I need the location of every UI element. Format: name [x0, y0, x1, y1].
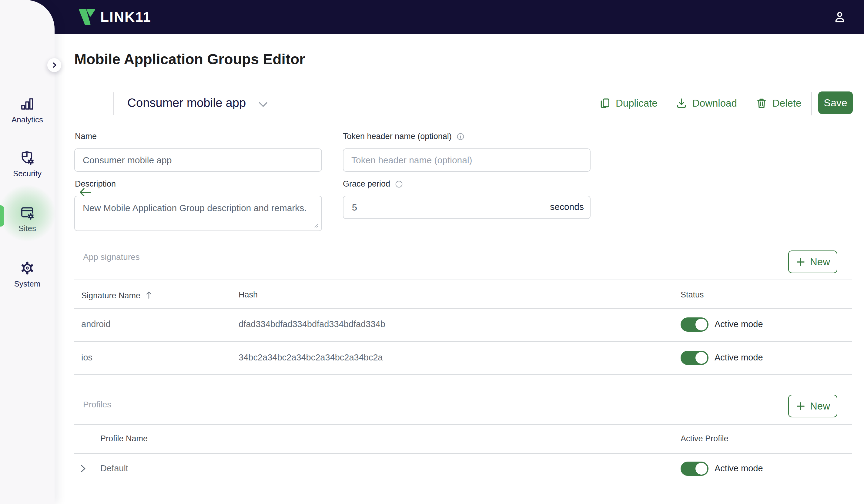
row-divider [74, 341, 852, 342]
duplicate-icon [599, 97, 611, 109]
status-toggle[interactable] [681, 351, 708, 365]
column-header-hash[interactable]: Hash [239, 290, 258, 299]
name-input[interactable] [74, 148, 322, 172]
active-profile-label: Active mode [715, 464, 763, 474]
download-label: Download [693, 98, 737, 109]
signature-name: ios [81, 353, 93, 362]
divider [811, 92, 812, 115]
download-icon [675, 97, 687, 109]
system-icon [19, 260, 35, 276]
info-icon[interactable] [457, 133, 465, 140]
toggle-knob [695, 319, 707, 330]
brand-logo: LINK11 [77, 0, 151, 34]
token-header-input[interactable] [343, 148, 590, 172]
duplicate-button[interactable]: Duplicate [599, 97, 658, 109]
editor-toolbar: Consumer mobile app Duplicate Download D… [0, 89, 864, 116]
download-button[interactable]: Download [675, 97, 737, 109]
page-title: Mobile Application Groups Editor [74, 51, 305, 67]
column-header-profile-name: Profile Name [100, 434, 148, 443]
token-header-label: Token header name (optional) [343, 132, 465, 141]
sidebar-item-security[interactable]: Security [0, 150, 55, 179]
expand-row-chevron-icon[interactable] [79, 464, 87, 473]
row-divider [74, 374, 852, 375]
chevron-down-icon[interactable] [258, 101, 268, 108]
new-signature-label: New [810, 256, 830, 268]
sidebar [0, 0, 55, 504]
column-header-status[interactable]: Status [681, 290, 704, 299]
mobile-application-groups-editor: LINK11 Analytics [0, 0, 864, 504]
delete-icon [755, 97, 768, 109]
new-profile-button[interactable]: New [788, 395, 837, 417]
link11-logo-icon [77, 7, 97, 27]
account-icon[interactable] [833, 10, 847, 24]
signature-name: android [81, 319, 111, 329]
profiles-title: Profiles [83, 400, 111, 409]
column-header-active-profile: Active Profile [681, 434, 729, 443]
row-divider [74, 487, 852, 487]
profile-name: Default [100, 464, 128, 474]
sort-ascending-icon[interactable] [145, 291, 153, 299]
group-selector[interactable]: Consumer mobile app [127, 96, 246, 110]
title-divider [74, 79, 852, 80]
description-label: Description [75, 179, 116, 189]
delete-label: Delete [772, 98, 801, 109]
name-label: Name [75, 132, 97, 141]
grace-period-field: seconds [343, 196, 590, 219]
toggle-knob [695, 352, 707, 364]
column-header-signature-name[interactable]: Signature Name [81, 289, 153, 300]
duplicate-label: Duplicate [616, 98, 658, 109]
section-divider [74, 280, 852, 280]
app-signatures-title: App signatures [83, 252, 140, 262]
sidebar-item-system[interactable]: System [0, 260, 55, 288]
status-label: Active mode [715, 319, 763, 329]
resize-handle-icon[interactable] [313, 223, 319, 228]
sidebar-item-label: System [0, 279, 55, 288]
status-toggle[interactable] [681, 317, 708, 332]
row-divider [74, 308, 852, 309]
signature-hash: dfad334bdfad334bdfad334bdfad334b [239, 319, 385, 329]
sidebar-item-label: Analytics [0, 115, 55, 124]
row-divider [74, 453, 852, 454]
plus-icon [795, 257, 806, 267]
grace-period-label: Grace period [343, 179, 403, 189]
brand-name: LINK11 [100, 9, 151, 25]
sidebar-expand-button[interactable] [47, 58, 61, 72]
security-icon [19, 150, 35, 166]
sites-icon [19, 205, 35, 221]
status-label: Active mode [715, 353, 763, 362]
active-profile-toggle[interactable] [681, 462, 708, 476]
sidebar-item-label: Security [0, 169, 55, 179]
sidebar-item-analytics[interactable]: Analytics [0, 96, 55, 124]
description-textarea[interactable]: New Mobile Application Group description… [74, 196, 322, 231]
new-profile-label: New [810, 401, 830, 412]
chevron-right-icon [51, 61, 58, 69]
sidebar-item-sites[interactable]: Sites [0, 205, 55, 233]
toggle-knob [695, 463, 707, 475]
plus-icon [795, 401, 806, 411]
section-divider [74, 424, 852, 425]
divider [113, 93, 114, 115]
analytics-icon [19, 96, 35, 112]
info-icon[interactable] [395, 180, 403, 188]
top-bar: LINK11 [0, 0, 864, 34]
signature-hash: 34bc2a34bc2a34bc2a34bc2a34bc2a [239, 353, 383, 362]
delete-button[interactable]: Delete [755, 97, 801, 109]
new-signature-button[interactable]: New [788, 250, 837, 273]
save-button[interactable]: Save [818, 91, 853, 114]
grace-period-unit: seconds [550, 202, 584, 212]
